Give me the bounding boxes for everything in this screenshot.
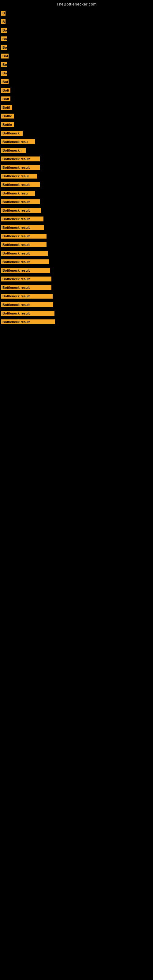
bar-row: Bottleneck result — [0, 197, 153, 206]
bar-label: Bottleneck resul — [1, 173, 37, 178]
bar-row: Bo — [0, 35, 153, 43]
bar-label: Bottleneck resu — [1, 191, 35, 196]
bar-label: Bottleneck result — [1, 268, 50, 273]
bar-label: Bottleneck result — [1, 320, 55, 324]
bar-label: Bot — [1, 79, 9, 84]
bar-label: Bottleneck result — [1, 302, 53, 307]
site-title: TheBottlenecker.com — [0, 0, 153, 9]
bar-row: Bottleneck result — [0, 215, 153, 223]
bar-row: Bottleneck result — [0, 318, 153, 326]
bar-row: Bott — [0, 95, 153, 103]
bar-label: Bo — [1, 45, 7, 50]
bar-row: Bottle — [0, 120, 153, 129]
bar-row: Bottleneck r — [0, 146, 153, 155]
bar-row: Bottleneck result — [0, 232, 153, 240]
bar-row: Bottleneck resu — [0, 189, 153, 197]
bar-label: Bottleneck result — [1, 242, 46, 247]
bar-row: Bottleneck result — [0, 292, 153, 301]
bar-label: Bottleneck resu — [1, 139, 35, 144]
bar-label: Bottl — [1, 105, 12, 110]
bar-row: Bottleneck result — [0, 163, 153, 172]
bar-label: B — [1, 19, 5, 24]
bar-label: Bo — [1, 37, 7, 41]
bar-label: Bott — [1, 88, 10, 93]
bar-label: Bo — [1, 28, 7, 33]
bar-row: Bottleneck result — [0, 206, 153, 215]
bar-row: Bottleneck result — [0, 266, 153, 275]
bar-row: Bottleneck result — [0, 309, 153, 318]
bar-row: Bot — [0, 78, 153, 86]
bar-row: Bott — [0, 86, 153, 95]
bar-row: B — [0, 18, 153, 26]
bar-label: Bottleneck result — [1, 225, 44, 230]
bar-row: Bottl — [0, 103, 153, 112]
bar-label: Bottleneck result — [1, 294, 53, 299]
bar-label: Bottleneck result — [1, 251, 48, 256]
bar-label: Bo — [1, 62, 7, 67]
bars-container: BBBoBoBoBotBoBoBotBottBottBottlBottleBot… — [0, 9, 153, 326]
bar-row: Bottleneck result — [0, 155, 153, 163]
bar-label: Bottleneck result — [1, 259, 49, 264]
bar-row: Bo — [0, 43, 153, 52]
bar-row: Bottleneck result — [0, 249, 153, 258]
bar-label: Bottleneck result — [1, 311, 54, 316]
bar-row: Bottleneck result — [0, 180, 153, 189]
bar-label: Bottle — [1, 114, 14, 119]
bar-label: Bot — [1, 54, 9, 59]
bar-row: Bo — [0, 60, 153, 69]
bar-label: Bottle — [1, 122, 14, 127]
bar-row: Bo — [0, 69, 153, 78]
bar-label: Bottleneck result — [1, 285, 51, 290]
bar-label: Bottleneck result — [1, 182, 40, 187]
bar-label: Bo — [1, 71, 7, 76]
bar-row: Bottleneck — [0, 129, 153, 137]
bar-row: Bot — [0, 52, 153, 60]
bar-row: Bottleneck result — [0, 223, 153, 232]
bar-label: Bottleneck result — [1, 199, 40, 204]
bar-label: Bottleneck result — [1, 156, 40, 161]
bar-row: Bottleneck result — [0, 275, 153, 283]
bar-row: Bottleneck resul — [0, 172, 153, 180]
bar-label: Bottleneck result — [1, 208, 41, 213]
bar-label: Bottleneck result — [1, 165, 40, 170]
bar-label: Bottleneck result — [1, 234, 46, 239]
bar-label: Bottleneck result — [1, 216, 43, 221]
bar-row: B — [0, 9, 153, 18]
bar-label: Bottleneck result — [1, 277, 51, 282]
bar-row: Bottleneck result — [0, 258, 153, 266]
bar-row: Bottleneck resu — [0, 137, 153, 146]
bar-row: Bottleneck result — [0, 240, 153, 249]
bar-row: Bottleneck result — [0, 283, 153, 292]
bar-row: Bo — [0, 26, 153, 35]
bar-label: B — [1, 11, 5, 16]
bar-row: Bottleneck result — [0, 301, 153, 309]
bar-row: Bottle — [0, 112, 153, 120]
bar-label: Bottleneck — [1, 131, 22, 136]
bar-label: Bottleneck r — [1, 148, 26, 153]
bar-label: Bott — [1, 97, 10, 101]
